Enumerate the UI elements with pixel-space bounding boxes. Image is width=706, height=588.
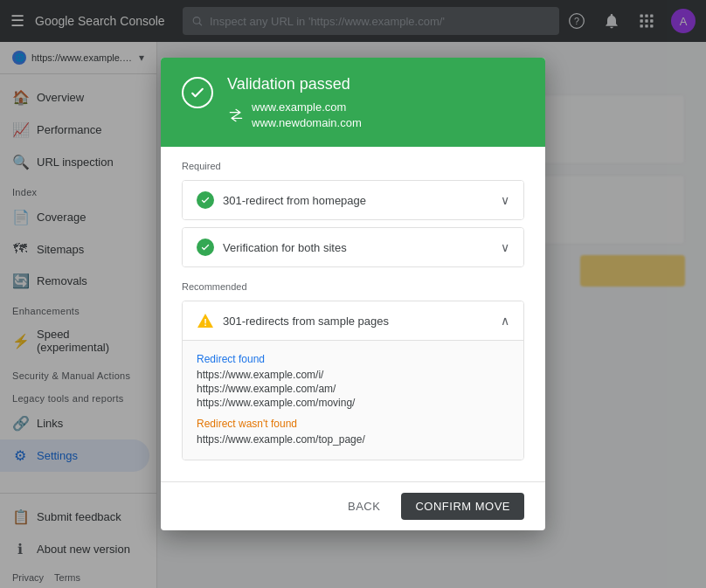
check-item-verification-label: Verification for both sites	[223, 241, 492, 254]
check-item-redirect-header[interactable]: 301-redirect from homepage ∨	[183, 181, 523, 219]
dialog-header-url-list: www.example.com www.newdomain.com	[252, 100, 362, 129]
check-item-redirect: 301-redirect from homepage ∨	[182, 180, 524, 220]
check-item-verification-header[interactable]: Verification for both sites ∨	[183, 228, 523, 266]
required-section-label: Required	[182, 161, 524, 171]
dialog-header: Validation passed www.example.com www.ne…	[161, 58, 545, 147]
check-item-redirect-label: 301-redirect from homepage	[223, 194, 492, 207]
chevron-down-icon-verification[interactable]: ∨	[501, 240, 509, 254]
modal-overlay: Validation passed www.example.com www.ne…	[0, 0, 706, 588]
check-item-sample-redirects-expanded: Redirect found https://www.example.com/i…	[183, 340, 523, 460]
svg-text:!: !	[204, 317, 207, 328]
url-migration	[227, 107, 245, 124]
chevron-up-icon-sample[interactable]: ∧	[501, 314, 509, 328]
check-item-verification: Verification for both sites ∨	[182, 227, 524, 267]
warning-icon: !	[197, 312, 214, 329]
check-item-sample-redirects-header[interactable]: ! 301-redirects from sample pages ∧	[183, 301, 523, 340]
redirect-url-missing-1: https://www.example.com/top_page/	[197, 433, 509, 446]
url-to: www.newdomain.com	[252, 116, 362, 129]
validation-check-icon	[182, 77, 213, 108]
recommended-section-label: Recommended	[182, 281, 524, 292]
back-button[interactable]: BACK	[337, 493, 391, 520]
check-item-sample-redirects: ! 301-redirects from sample pages ∧ Redi…	[182, 301, 524, 460]
redirect-url-2: https://www.example.com/am/	[197, 383, 509, 395]
url-from: www.example.com	[252, 100, 362, 114]
redirect-not-found-label: Redirect wasn't found	[197, 418, 509, 430]
check-pass-icon-verification	[197, 239, 214, 256]
check-pass-icon-redirect	[197, 191, 214, 209]
dialog-body: Required 301-redirect from homepage ∨ Ve…	[161, 147, 545, 481]
validation-dialog: Validation passed www.example.com www.ne…	[161, 58, 545, 530]
redirect-url-1: https://www.example.com/i/	[197, 369, 509, 381]
dialog-header-urls: www.example.com www.newdomain.com	[227, 100, 524, 129]
redirect-url-3: https://www.example.com/moving/	[197, 397, 509, 409]
dialog-header-info: Validation passed www.example.com www.ne…	[227, 75, 524, 129]
dialog-title: Validation passed	[227, 75, 524, 93]
migration-arrow-icon	[227, 107, 245, 124]
confirm-move-button[interactable]: CONFIRM MOVE	[401, 493, 524, 520]
redirect-found-label: Redirect found	[197, 353, 509, 365]
dialog-footer: BACK CONFIRM MOVE	[161, 481, 545, 530]
check-item-sample-redirects-label: 301-redirects from sample pages	[223, 315, 492, 328]
chevron-down-icon-redirect[interactable]: ∨	[501, 193, 509, 207]
